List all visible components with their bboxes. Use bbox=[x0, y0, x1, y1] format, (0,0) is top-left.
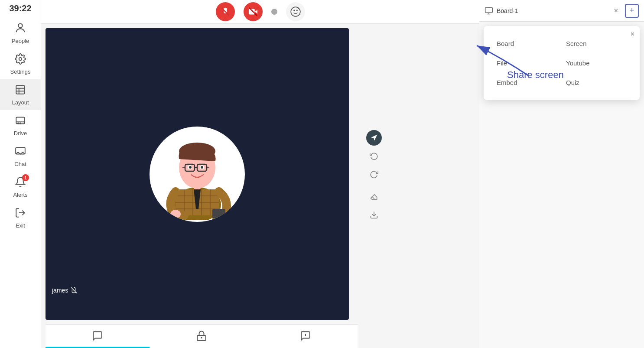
svg-point-39 bbox=[189, 166, 192, 169]
download-tool[interactable] bbox=[366, 207, 382, 223]
board-close-button[interactable]: × bbox=[611, 5, 621, 16]
navigate-tool[interactable] bbox=[366, 130, 382, 146]
redo-tool[interactable] bbox=[366, 166, 382, 182]
layout-icon bbox=[13, 84, 27, 98]
top-bar bbox=[41, 0, 479, 24]
board-icon bbox=[485, 7, 493, 15]
add-board-button[interactable]: + bbox=[625, 4, 639, 18]
bell-icon: 1 bbox=[13, 176, 27, 190]
dropdown-close-button[interactable]: × bbox=[631, 30, 634, 38]
sidebar-people-label: People bbox=[12, 38, 29, 44]
dropdown-item-screen[interactable]: Screen bbox=[562, 34, 631, 53]
svg-rect-41 bbox=[212, 209, 225, 218]
emoji-button[interactable] bbox=[286, 2, 305, 21]
sidebar-drive-label: Drive bbox=[14, 130, 27, 137]
erase-tool[interactable] bbox=[366, 189, 382, 205]
svg-marker-48 bbox=[371, 135, 377, 141]
tab-question[interactable] bbox=[254, 325, 358, 348]
sidebar-item-people[interactable]: People bbox=[0, 18, 41, 49]
sidebar-layout-label: Layout bbox=[12, 99, 29, 106]
timer: 39:22 bbox=[9, 3, 31, 13]
svg-point-42 bbox=[170, 210, 181, 218]
sidebar-item-settings[interactable]: Settings bbox=[0, 49, 41, 79]
sidebar-chat-label: Chat bbox=[14, 161, 26, 167]
right-panel: Board-1 × + × Board Screen File Youtube … bbox=[479, 0, 644, 348]
video-container: james bbox=[46, 28, 349, 320]
svg-point-1 bbox=[19, 58, 22, 61]
svg-point-0 bbox=[18, 24, 22, 28]
mic-mute-button[interactable] bbox=[216, 2, 235, 21]
dropdown-menu: × Board Screen File Youtube Embed Quiz bbox=[484, 26, 640, 100]
camera-off-button[interactable] bbox=[244, 2, 263, 21]
status-dot bbox=[271, 9, 277, 15]
svg-rect-50 bbox=[485, 7, 493, 13]
sidebar-item-chat[interactable]: Chat bbox=[0, 141, 41, 172]
participant-name: james bbox=[52, 287, 78, 294]
dropdown-item-file[interactable]: File bbox=[492, 53, 562, 73]
sidebar-alerts-label: Alerts bbox=[13, 192, 27, 198]
tab-lock[interactable] bbox=[150, 325, 254, 348]
person-icon bbox=[13, 22, 27, 36]
dropdown-item-board[interactable]: Board bbox=[492, 34, 562, 53]
svg-point-8 bbox=[18, 123, 19, 124]
dropdown-item-quiz[interactable]: Quiz bbox=[562, 73, 631, 92]
undo-tool[interactable] bbox=[366, 148, 382, 164]
svg-rect-2 bbox=[16, 85, 25, 94]
sidebar: 39:22 People Settings bbox=[0, 0, 41, 348]
main-content: james bbox=[41, 0, 479, 348]
svg-point-40 bbox=[201, 166, 203, 169]
tab-bar bbox=[46, 324, 358, 348]
board-tools bbox=[366, 130, 382, 223]
dropdown-grid: Board Screen File Youtube Embed Quiz bbox=[484, 30, 640, 96]
gear-icon bbox=[13, 53, 27, 67]
chat-icon bbox=[13, 145, 27, 159]
alert-badge: 1 bbox=[22, 174, 29, 181]
board-title: Board-1 bbox=[497, 7, 607, 14]
dropdown-item-youtube[interactable]: Youtube bbox=[562, 53, 631, 73]
sidebar-settings-label: Settings bbox=[10, 68, 31, 75]
exit-icon bbox=[13, 207, 27, 221]
board-header: Board-1 × + bbox=[479, 0, 644, 22]
sidebar-exit-label: Exit bbox=[16, 222, 25, 229]
sidebar-item-alerts[interactable]: 1 Alerts bbox=[0, 172, 41, 202]
sidebar-item-drive[interactable]: Drive bbox=[0, 110, 41, 141]
dropdown-item-embed[interactable]: Embed bbox=[492, 73, 562, 92]
tab-chat[interactable] bbox=[46, 325, 150, 348]
svg-point-9 bbox=[20, 123, 21, 124]
sidebar-item-layout[interactable]: Layout bbox=[0, 79, 41, 110]
participant-avatar bbox=[150, 127, 245, 222]
drive-icon bbox=[13, 114, 27, 128]
sidebar-item-exit[interactable]: Exit bbox=[0, 202, 41, 233]
